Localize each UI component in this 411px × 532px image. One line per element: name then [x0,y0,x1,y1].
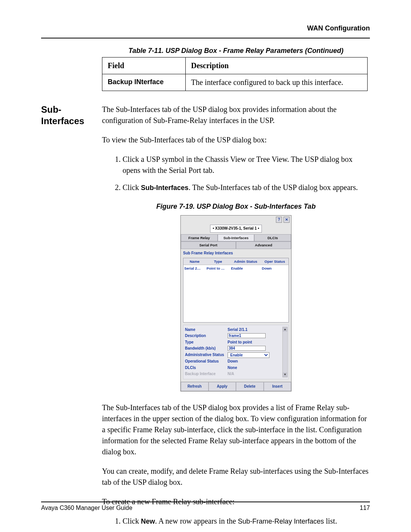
paragraph: You can create, modify, and delete Frame… [102,466,370,488]
list-item: Click New. A new row appears in the Sub-… [123,516,370,527]
admin-status-select[interactable]: Enable [228,352,269,358]
bandwidth-input[interactable] [228,346,266,351]
label-dlcis: DLCIs [185,365,228,371]
refresh-button[interactable]: Refresh [181,382,209,391]
detail-panel: ▲ ▼ Name Serial 2/1.1 Description Typ [183,325,289,379]
label-backup-interface: Backup Interface [185,371,228,377]
description-input[interactable] [228,333,266,338]
tab-sub-interfaces[interactable]: Sub-Interfaces [218,234,255,242]
table-caption: Table 7-11. USP Dialog Box - Frame Relay… [102,47,370,55]
tab-serial-port[interactable]: Serial Port [181,241,236,249]
value-name: Serial 2/1.1 [228,327,287,333]
value-oper-status: Down [228,359,287,364]
scroll-up-icon[interactable]: ▲ [283,327,287,332]
list-item: Click a USP symbol in the Chassis View o… [123,154,370,176]
panel-title: Sub Frame Relay Interfaces [181,249,291,258]
table-header-description: Description [186,58,368,74]
frame-relay-table: Field Description Backup INterface The i… [102,57,368,91]
table-cell-field: Backup INterface [102,74,186,91]
paragraph: The Sub-Interfaces tab of the USP dialog… [102,402,370,457]
table-cell-description: The interface configured to back up this… [186,74,368,91]
apply-button[interactable]: Apply [209,382,236,391]
tab-advanced[interactable]: Advanced [236,241,291,249]
col-name: Name [183,258,206,265]
value-type: Point to point [228,340,287,345]
value-backup-interface: N/A [228,371,287,377]
table-header-field: Field [102,58,186,74]
scrollbar[interactable]: ▲ ▼ [282,327,288,377]
paragraph: The Sub-Interfaces tab of the USP dialog… [102,104,370,126]
label-oper-status: Operational Status [185,359,228,364]
label-bandwidth: Bandwidth (kb/s) [185,346,228,351]
insert-button[interactable]: Insert [264,382,292,391]
usp-dialog: ? ✕ • X330W-2V35-1, Serial 1 • Frame Rel… [180,215,292,391]
tab-dlcis[interactable]: DLCIs [254,234,291,242]
col-type: Type [206,258,230,265]
table-row[interactable]: Serial 2… Point to … Enable Down [183,265,288,272]
col-oper-status: Oper Status [261,258,288,265]
col-admin-status: Admin Status [230,258,261,265]
page-header: WAN Configuration [41,24,370,32]
close-icon[interactable]: ✕ [284,217,290,223]
help-icon[interactable]: ? [276,217,282,223]
breadcrumb[interactable]: • X330W-2V35-1, Serial 1 • [210,225,262,233]
label-name: Name [185,327,228,333]
label-description: Description [185,333,228,339]
footer-page: 117 [360,505,370,511]
delete-button[interactable]: Delete [236,382,264,391]
paragraph: To view the Sub-Interfaces tab of the US… [102,134,370,145]
header-rule [41,38,370,38]
value-dlcis: None [228,365,287,371]
label-admin-status: Administrative Status [185,352,228,358]
list-item: Click Sub-Interfaces. The Sub-Interfaces… [123,182,370,193]
scroll-down-icon[interactable]: ▼ [283,372,287,377]
figure-caption: Figure 7-19. USP Dialog Box - Sub-Interf… [102,201,370,211]
interfaces-list[interactable]: Name Type Admin Status Oper Status Seria… [183,258,289,323]
label-type: Type [185,340,228,345]
tab-frame-relay[interactable]: Frame Relay [181,234,218,242]
footer-left: Avaya C360 Manager User Guide [41,505,132,511]
section-heading: Sub-Interfaces [41,104,102,532]
